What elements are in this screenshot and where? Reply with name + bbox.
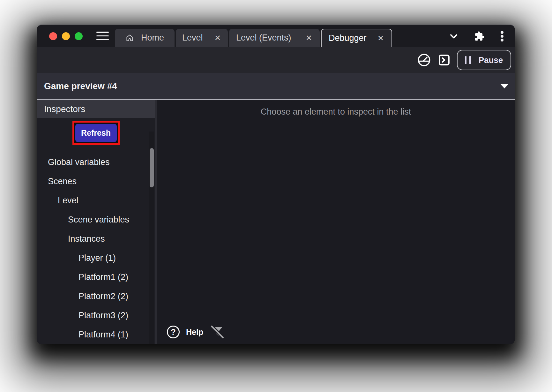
- tab-debugger-active[interactable]: Debugger ✕: [321, 29, 392, 47]
- tab-label: Level (Events): [236, 33, 291, 43]
- profiler-gauge-icon[interactable]: [417, 53, 431, 67]
- hamburger-menu-icon[interactable]: [96, 32, 109, 40]
- list-item-platform3[interactable]: Platform3 (2): [37, 306, 155, 325]
- refresh-highlight-box: Refresh: [72, 121, 120, 145]
- list-item-platform2[interactable]: Platform2 (2): [37, 287, 155, 306]
- tab-level[interactable]: Level ✕: [176, 29, 228, 47]
- list-item-player[interactable]: Player (1): [37, 248, 155, 268]
- list-item-global-variables[interactable]: Global variables: [37, 153, 155, 172]
- help-label: Help: [186, 328, 203, 337]
- debugger-content: Inspectors Refresh Global variables Scen…: [37, 100, 515, 344]
- tab-label: Home: [141, 33, 164, 43]
- inspectors-header: Inspectors: [37, 100, 155, 118]
- tab-close-icon[interactable]: ✕: [214, 34, 221, 42]
- tab-close-icon[interactable]: ✕: [377, 34, 384, 43]
- bottom-help-bar: ? Help: [167, 323, 225, 341]
- extensions-puzzle-icon[interactable]: [474, 31, 485, 41]
- list-item-scenes[interactable]: Scenes: [37, 172, 155, 191]
- help-circle-icon[interactable]: ?: [167, 326, 180, 338]
- list-item-scene-variables[interactable]: Scene variables: [37, 210, 155, 229]
- inspectors-sidebar: Inspectors Refresh Global variables Scen…: [37, 100, 155, 344]
- tab-close-icon[interactable]: ✕: [305, 34, 313, 42]
- list-item-level[interactable]: Level: [37, 191, 155, 210]
- empty-state-message: Choose an element to inspect in the list: [157, 107, 515, 117]
- home-icon: [125, 34, 134, 42]
- list-item-instances[interactable]: Instances: [37, 229, 155, 248]
- refresh-button[interactable]: Refresh: [75, 124, 117, 142]
- debugger-window: Home Level ✕ Level (Events) ✕ Debugger ✕: [37, 25, 515, 344]
- sidebar-scrollbar-thumb[interactable]: [150, 148, 154, 187]
- tab-label: Level: [182, 33, 203, 43]
- chevron-down-icon[interactable]: [448, 30, 459, 42]
- tab-level-events[interactable]: Level (Events) ✕: [229, 29, 320, 47]
- window-controls: [49, 25, 83, 47]
- titlebar-right-controls: [448, 25, 505, 47]
- game-preview-selector[interactable]: Game preview #4: [37, 73, 515, 100]
- debugger-toolbar: Pause: [37, 47, 515, 73]
- pause-button-label: Pause: [479, 55, 503, 65]
- tab-label: Debugger: [329, 33, 367, 43]
- zoom-window-button[interactable]: [75, 32, 83, 40]
- pause-icon: [465, 56, 471, 64]
- tab-home[interactable]: Home: [115, 29, 175, 47]
- pause-button[interactable]: Pause: [457, 50, 511, 70]
- panel-divider: [155, 100, 157, 344]
- inspector-list: Global variables Scenes Level Scene vari…: [37, 153, 155, 344]
- list-item-platform1[interactable]: Platform1 (2): [37, 268, 155, 287]
- list-item-platform4[interactable]: Platform4 (1): [37, 325, 155, 344]
- close-window-button[interactable]: [49, 32, 57, 40]
- game-preview-title: Game preview #4: [44, 81, 117, 91]
- tab-bar: Home Level ✕ Level (Events) ✕ Debugger ✕: [115, 29, 392, 47]
- kebab-menu-icon[interactable]: [499, 30, 505, 43]
- dropdown-arrow-icon[interactable]: [500, 84, 509, 88]
- inspector-detail-panel: Choose an element to inspect in the list…: [157, 100, 515, 344]
- titlebar: Home Level ✕ Level (Events) ✕ Debugger ✕: [37, 25, 515, 47]
- filter-off-icon[interactable]: [210, 323, 225, 341]
- minimize-window-button[interactable]: [62, 32, 70, 40]
- console-icon[interactable]: [437, 53, 451, 67]
